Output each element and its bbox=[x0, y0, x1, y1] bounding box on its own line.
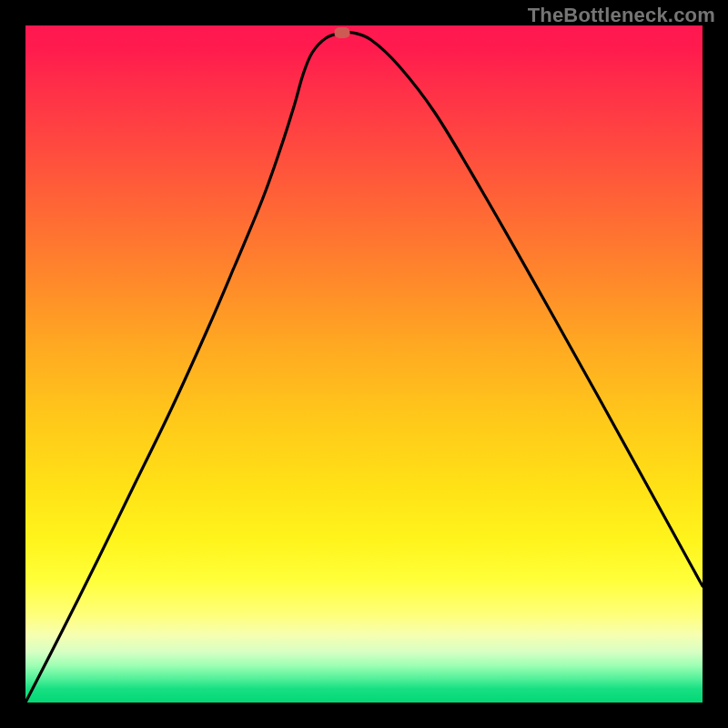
curve-svg bbox=[25, 25, 703, 703]
optimal-point-marker bbox=[335, 27, 350, 38]
plot-area bbox=[25, 25, 703, 703]
chart-frame: TheBottleneck.com bbox=[0, 0, 728, 728]
bottleneck-curve bbox=[25, 32, 703, 703]
watermark-text: TheBottleneck.com bbox=[528, 4, 715, 27]
